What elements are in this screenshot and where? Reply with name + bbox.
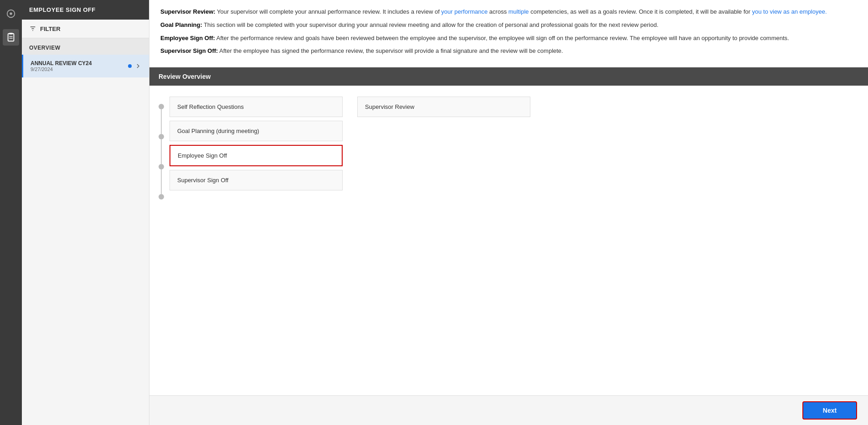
timeline-dots (159, 97, 164, 200)
card-supervisor-review-label: Supervisor Review (365, 103, 414, 110)
nav-panel: EMPLOYEE SIGN OFF FILTER OVERVIEW ANNUAL… (22, 0, 149, 425)
desc-goal-planning-bold: Goal Planning: (160, 21, 202, 28)
next-button[interactable]: Next (802, 401, 857, 420)
card-supervisor-review[interactable]: Supervisor Review (357, 97, 530, 117)
timeline-left: Self Reflection Questions Goal Planning … (159, 97, 343, 200)
clipboard-icon-btn[interactable] (3, 29, 19, 46)
dot-2 (159, 134, 164, 139)
svg-point-1 (10, 12, 12, 15)
card-employee-sign-off-label: Employee Sign Off (178, 152, 227, 159)
desc-supervisor-sign-off-text: After the employee has signed the perfor… (219, 47, 563, 54)
dot-4 (159, 194, 164, 200)
desc-supervisor-sign-off: Supervisor Sign Off: After the employee … (160, 46, 857, 56)
desc-supervisor-sign-off-bold: Supervisor Sign Off: (160, 47, 218, 54)
nav-header: EMPLOYEE SIGN OFF (22, 0, 149, 20)
svg-rect-2 (8, 34, 14, 41)
overview-label: OVERVIEW (22, 38, 149, 55)
desc-employee-sign-off-text: After the performance review and goals h… (216, 35, 789, 41)
dot-3 (159, 164, 164, 169)
desc-goal-planning-text: This section will be completed with your… (204, 21, 658, 28)
card-goal-planning[interactable]: Goal Planning (during meeting) (169, 121, 343, 141)
icon-sidebar (0, 0, 22, 425)
nav-title: EMPLOYEE SIGN OFF (29, 6, 96, 13)
description-area: Supervisor Review: Your supervisor will … (149, 0, 868, 67)
filter-label: FILTER (40, 26, 61, 32)
timeline-layout: Self Reflection Questions Goal Planning … (159, 97, 859, 200)
timeline-cards: Self Reflection Questions Goal Planning … (169, 97, 343, 190)
card-employee-sign-off[interactable]: Employee Sign Off (169, 145, 343, 166)
nav-item-right (128, 62, 142, 70)
filter-button[interactable]: FILTER (22, 20, 149, 38)
line-3 (161, 169, 162, 194)
card-supervisor-sign-off-label: Supervisor Sign Off (177, 177, 228, 184)
status-dot (128, 64, 132, 68)
review-title: ANNUAL REVIEW CY24 (31, 60, 92, 67)
desc-employee-sign-off: Employee Sign Off: After the performance… (160, 34, 857, 43)
desc-supervisor-review: Supervisor Review: Your supervisor will … (160, 7, 857, 17)
review-overview-body: Self Reflection Questions Goal Planning … (149, 86, 868, 395)
main-content: Supervisor Review: Your supervisor will … (149, 0, 868, 425)
svg-rect-3 (9, 33, 12, 35)
line-1 (161, 109, 162, 134)
desc-supervisor-review-text: Your supervisor will complete your annua… (217, 8, 827, 15)
card-supervisor-sign-off[interactable]: Supervisor Sign Off (169, 170, 343, 190)
dot-1 (159, 104, 164, 109)
card-self-reflection-label: Self Reflection Questions (177, 103, 244, 110)
review-nav-item[interactable]: ANNUAL REVIEW CY24 9/27/2024 (22, 55, 149, 77)
card-goal-planning-label: Goal Planning (during meeting) (177, 128, 259, 134)
timeline-right: Supervisor Review (357, 97, 530, 117)
home-icon-btn[interactable] (3, 5, 19, 22)
review-overview-header: Review Overview (149, 67, 868, 86)
bottom-bar: Next (149, 395, 868, 425)
card-self-reflection[interactable]: Self Reflection Questions (169, 97, 343, 117)
review-date: 9/27/2024 (31, 67, 92, 72)
desc-goal-planning: Goal Planning: This section will be comp… (160, 20, 857, 30)
desc-supervisor-review-bold: Supervisor Review: (160, 8, 216, 15)
line-2 (161, 139, 162, 164)
desc-employee-sign-off-bold: Employee Sign Off: (160, 35, 215, 41)
